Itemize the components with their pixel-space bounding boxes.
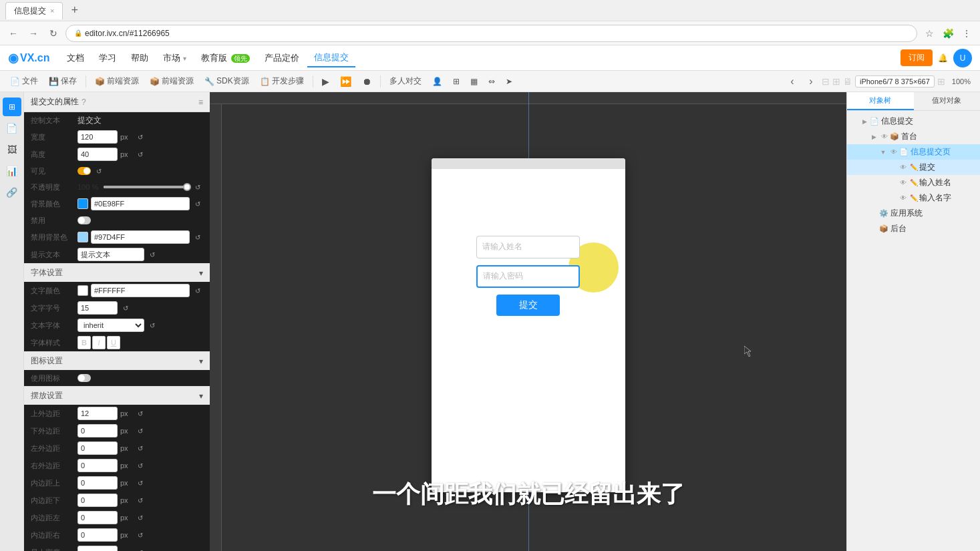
side-pages-btn[interactable]: 📄 [3,119,21,138]
width-input[interactable] [77,130,118,144]
name-input-field[interactable]: 请输入姓名 [476,236,580,258]
vis-name2[interactable]: 👁 [898,193,909,204]
nav-learn[interactable]: 学习 [92,49,123,67]
star-button[interactable]: ☆ [921,25,937,41]
expand-stage[interactable]: ▶ [870,133,878,141]
vis-page[interactable]: 👁 [888,147,899,158]
padding-left-reset-icon[interactable]: ↺ [135,512,146,523]
side-data-btn[interactable]: 📊 [3,162,21,180]
side-link-btn[interactable]: 🔗 [3,183,21,202]
disabled-color-swatch[interactable] [77,232,88,242]
placeholder-input[interactable] [77,248,144,261]
toolbar-record[interactable]: ⏺ [357,74,376,89]
new-tab-button[interactable]: + [71,3,78,17]
margin-left-reset-icon[interactable]: ↺ [135,443,146,453]
font-family-select[interactable]: inherit [77,319,144,332]
tab-close-icon[interactable]: × [50,7,54,15]
toolbar-frontend-res2[interactable]: 📦 前端资源 [145,73,198,89]
help-icon[interactable]: ? [81,98,86,107]
notification-icon[interactable]: 🔔 [938,53,948,63]
margin-right-input[interactable] [77,459,118,472]
toolbar-arrow[interactable]: ➤ [501,75,517,88]
padding-right-reset-icon[interactable]: ↺ [135,530,146,540]
canvas-area[interactable]: 请输入姓名 请输入密码 提交 一个间距我们就已经留出来了 [210,92,846,551]
vis-submit[interactable]: 👁 [898,162,909,173]
nav-pricing[interactable]: 产品定价 [258,49,306,67]
side-media-btn[interactable]: 🖼 [3,140,21,159]
side-components-btn[interactable]: ⊞ [3,98,21,116]
vis-name[interactable]: 👁 [898,178,909,188]
margin-left-input[interactable] [77,441,118,455]
italic-button[interactable]: I [92,336,106,349]
submit-button[interactable]: 提交 [496,295,560,316]
toolbar-dev-steps[interactable]: 📋 开发步骤 [255,73,309,89]
app-logo[interactable]: ◉ VX.cn [8,51,49,65]
toolbar-run[interactable]: ▶ [317,74,334,89]
height-input[interactable] [77,148,118,161]
font-size-input[interactable] [77,301,118,315]
toolbar-frontend-res[interactable]: 📦 前端资源 [90,73,144,89]
menu-button[interactable]: ⋮ [959,25,975,41]
opacity-reset-icon[interactable]: ↺ [192,182,203,192]
device-selector[interactable]: iPhone6/7 8 375×667 [855,75,935,87]
nav-education[interactable]: 教育版 领先 [194,49,257,67]
toolbar-nav-prev[interactable]: ‹ [784,73,800,89]
edit-name2[interactable]: ✏️ [909,193,919,204]
max-width-input[interactable] [77,546,118,551]
icon-section-header[interactable]: 图标设置 ▾ [24,352,210,370]
more-icon[interactable]: ≡ [198,98,203,107]
toolbar-distribute[interactable]: ⇔ [484,75,500,88]
disabled-color-input[interactable] [91,230,190,244]
back-button[interactable]: ← [5,25,21,41]
vis-stage[interactable]: 👁 [879,132,890,142]
bg-color-reset-icon[interactable]: ↺ [192,198,203,209]
underline-button[interactable]: U [107,336,120,349]
browser-tab[interactable]: 信息提交 × [5,2,63,19]
forward-button[interactable]: → [25,25,41,41]
use-icon-toggle[interactable] [77,374,91,382]
toolbar-save[interactable]: 💾 保存 [44,73,81,89]
edit-name[interactable]: ✏️ [909,178,919,188]
edit-submit[interactable]: ✏️ [909,162,919,173]
font-size-reset-icon[interactable]: ↺ [120,303,131,313]
visible-toggle[interactable] [77,167,91,175]
height-reset-icon[interactable]: ↺ [135,149,146,160]
toolbar-nav-next[interactable]: › [803,73,819,89]
bg-color-input[interactable] [91,197,190,210]
toolbar-sdk[interactable]: 🔧 SDK资源 [200,73,254,89]
tree-item-page[interactable]: ▼ 👁 📄 信息提交页 [847,144,980,160]
padding-right-input[interactable] [77,528,118,542]
toolbar-person[interactable]: 👤 [428,75,447,88]
tree-item-submit[interactable]: 👁 ✏️ 提交 [847,160,980,175]
address-bar[interactable]: 🔒 editor.ivx.cn/#11266965 [65,25,917,42]
extension-button[interactable]: 🧩 [940,25,956,41]
visible-reset-icon[interactable]: ↺ [94,166,104,176]
toolbar-multi-play[interactable]: 多人对交 [385,73,426,89]
opacity-slider[interactable] [104,186,187,188]
tree-item-name-input[interactable]: 👁 ✏️ 输入姓名 [847,175,980,190]
padding-bottom-reset-icon[interactable]: ↺ [135,495,146,506]
tab-value-object[interactable]: 值对对象 [914,92,981,110]
toolbar-layout[interactable]: ▦ [466,75,482,88]
disabled-color-reset-icon[interactable]: ↺ [192,232,203,242]
padding-top-input[interactable] [77,476,118,490]
toolbar-align[interactable]: ⊞ [448,75,464,88]
nav-help[interactable]: 帮助 [124,49,155,67]
nav-market[interactable]: 市场 ▾ [156,49,193,67]
margin-bottom-reset-icon[interactable]: ↺ [135,425,146,436]
tree-item-app-system[interactable]: ⚙️ 应用系统 [847,206,980,221]
expand-root[interactable]: ▶ [860,118,868,126]
nav-doc[interactable]: 文档 [60,49,91,67]
tree-item-root[interactable]: ▶ 📄 信息提交 [847,114,980,129]
bg-color-swatch[interactable] [77,198,88,209]
width-reset-icon[interactable]: ↺ [135,132,146,142]
margin-top-reset-icon[interactable]: ↺ [135,408,146,419]
password-input-field[interactable]: 请输入密码 [476,265,580,288]
layout-section-header[interactable]: 摆放设置 ▾ [24,387,210,405]
user-avatar[interactable]: U [953,49,972,67]
expand-page[interactable]: ▼ [879,148,887,156]
publish-button[interactable]: 订阅 [901,49,933,66]
bold-button[interactable]: B [77,336,91,349]
font-color-swatch[interactable] [77,285,88,296]
placeholder-reset-icon[interactable]: ↺ [147,249,158,260]
